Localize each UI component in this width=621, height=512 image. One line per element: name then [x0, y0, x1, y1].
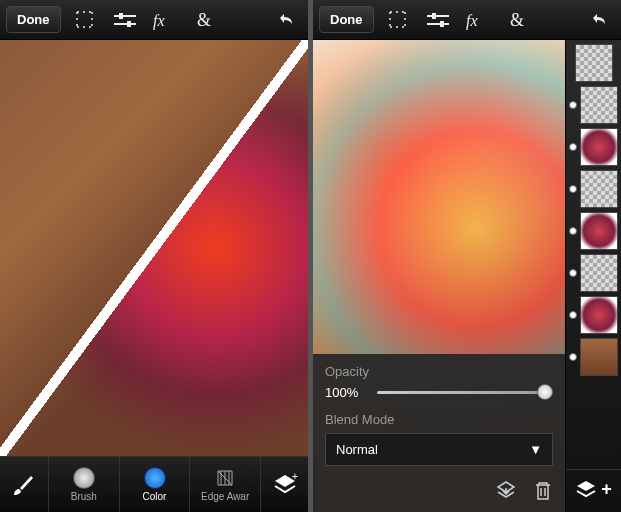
done-button[interactable]: Done — [6, 6, 61, 33]
selection-icon[interactable] — [69, 4, 101, 36]
fx-icon[interactable]: fx — [149, 4, 181, 36]
adjust-icon[interactable] — [422, 4, 454, 36]
layer-visibility-icon[interactable] — [569, 143, 577, 151]
right-body: Opacity 100% Blend Mode Normal ▼ — [313, 40, 621, 512]
layers-panel: + — [565, 40, 621, 512]
svg-text:fx: fx — [153, 12, 165, 30]
layer-item[interactable] — [575, 44, 613, 82]
add-layer-icon[interactable]: + — [601, 479, 612, 500]
svg-text:&: & — [510, 10, 524, 30]
layer-thumb-icon — [580, 170, 618, 208]
panel-actions — [325, 474, 553, 502]
slider-knob[interactable] — [537, 384, 553, 400]
chevron-down-icon: ▼ — [529, 442, 542, 457]
layer-item[interactable] — [569, 128, 618, 166]
trash-icon[interactable] — [533, 480, 553, 502]
layer-visibility-icon[interactable] — [569, 185, 577, 193]
layer-visibility-icon[interactable] — [569, 353, 577, 361]
opacity-label: Opacity — [325, 364, 553, 379]
svg-text:+: + — [292, 472, 298, 482]
svg-rect-3 — [127, 21, 131, 27]
layers-button[interactable]: + — [260, 457, 308, 512]
ampersand-icon[interactable]: & — [189, 4, 221, 36]
svg-text:&: & — [197, 10, 211, 30]
bottom-toolbar: Brush Color Edge Awar + — [0, 456, 308, 512]
svg-rect-8 — [432, 13, 436, 19]
selection-icon[interactable] — [382, 4, 414, 36]
layers-stack-icon[interactable] — [575, 478, 597, 500]
layer-thumb-icon — [580, 128, 618, 166]
top-toolbar: Done fx & — [0, 0, 308, 40]
tool-edge-label: Edge Awar — [201, 491, 249, 502]
undo-icon[interactable] — [583, 4, 615, 36]
tool-brush-label: Brush — [71, 491, 97, 502]
blend-mode-select[interactable]: Normal ▼ — [325, 433, 553, 466]
undo-icon[interactable] — [270, 4, 302, 36]
tool-brush[interactable]: Brush — [48, 457, 119, 512]
tool-color[interactable]: Color — [119, 457, 190, 512]
merge-layers-icon[interactable] — [495, 480, 517, 502]
blend-mode-label: Blend Mode — [325, 412, 553, 427]
layer-properties-panel: Opacity 100% Blend Mode Normal ▼ — [313, 354, 565, 512]
svg-rect-1 — [119, 13, 123, 19]
fx-icon[interactable]: fx — [462, 4, 494, 36]
layer-thumb-icon — [575, 44, 613, 82]
layer-thumb-icon — [580, 254, 618, 292]
svg-text:fx: fx — [466, 12, 478, 30]
layer-thumb-icon — [580, 338, 618, 376]
color-dot-icon — [144, 467, 166, 489]
layer-thumb-icon — [580, 296, 618, 334]
svg-rect-10 — [440, 21, 444, 27]
layer-item[interactable] — [569, 170, 618, 208]
opacity-value: 100% — [325, 385, 367, 400]
layer-item[interactable] — [569, 212, 618, 250]
layer-item[interactable] — [569, 86, 618, 124]
layer-visibility-icon[interactable] — [569, 227, 577, 235]
opacity-slider[interactable] — [377, 391, 553, 394]
edge-aware-icon — [214, 467, 236, 489]
blend-mode-value: Normal — [336, 442, 378, 457]
top-toolbar: Done fx & — [313, 0, 621, 40]
layer-visibility-icon[interactable] — [569, 311, 577, 319]
layer-item[interactable] — [569, 254, 618, 292]
opacity-slider-row: 100% — [325, 385, 553, 400]
layer-item[interactable] — [569, 338, 618, 376]
tool-edge-aware[interactable]: Edge Awar — [189, 457, 260, 512]
brush-dot-icon — [73, 467, 95, 489]
layer-thumb-icon — [580, 86, 618, 124]
tool-color-label: Color — [143, 491, 167, 502]
layer-visibility-icon[interactable] — [569, 269, 577, 277]
canvas-area[interactable]: Opacity 100% Blend Mode Normal ▼ — [313, 40, 565, 512]
screen-left: Done fx & Brush Color — [0, 0, 308, 512]
paintbrush-icon[interactable] — [0, 457, 48, 512]
layer-visibility-icon[interactable] — [569, 101, 577, 109]
layers-panel-footer: + — [566, 469, 621, 508]
layer-item[interactable] — [569, 296, 618, 334]
adjust-icon[interactable] — [109, 4, 141, 36]
layer-thumb-icon — [580, 212, 618, 250]
done-button[interactable]: Done — [319, 6, 374, 33]
canvas-area[interactable] — [0, 40, 308, 456]
ampersand-icon[interactable]: & — [502, 4, 534, 36]
screen-right: Done fx & Opacity 100% — [313, 0, 621, 512]
